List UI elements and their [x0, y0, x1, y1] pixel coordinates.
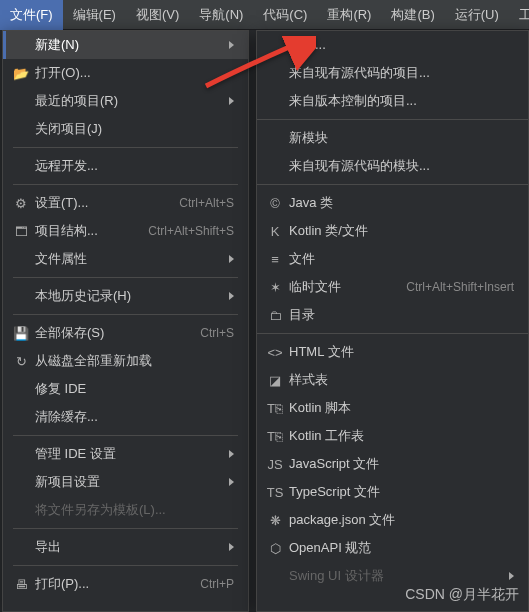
new-menu-item-17[interactable]: JSJavaScript 文件 — [257, 450, 528, 478]
new-menu-item-13[interactable]: <>HTML 文件 — [257, 338, 528, 366]
file-menu-item-20[interactable]: 将文件另存为模板(L)... — [3, 496, 248, 524]
new-menu-item-14[interactable]: ◪样式表 — [257, 366, 528, 394]
new-menu-item-8[interactable]: KKotlin 类/文件 — [257, 217, 528, 245]
file-menu-dropdown: 新建(N)📂打开(O)...最近的项目(R)关闭项目(J)远程开发...⚙设置(… — [2, 30, 249, 612]
file-menu-item-16[interactable]: 清除缓存... — [3, 403, 248, 431]
submenu-arrow-icon — [229, 255, 234, 263]
new-menu-separator — [257, 333, 528, 334]
file-menu-separator — [13, 565, 238, 566]
file-menu-separator — [13, 314, 238, 315]
label: 临时文件 — [285, 278, 388, 296]
label: 来自版本控制的项目... — [285, 92, 514, 110]
file-menu-separator — [13, 528, 238, 529]
label: 全部保存(S) — [31, 324, 182, 342]
label: HTML 文件 — [285, 343, 514, 361]
icon: © — [265, 196, 285, 211]
icon: ⚙ — [11, 196, 31, 211]
shortcut: Ctrl+Alt+S — [161, 196, 234, 210]
label: 来自现有源代码的模块... — [285, 157, 514, 175]
file-menu-item-19[interactable]: 新项目设置 — [3, 468, 248, 496]
submenu-arrow-icon — [229, 97, 234, 105]
file-menu-separator — [13, 435, 238, 436]
file-menu-item-5[interactable]: 远程开发... — [3, 152, 248, 180]
label: 新建(N) — [31, 36, 221, 54]
file-menu-item-7[interactable]: ⚙设置(T)...Ctrl+Alt+S — [3, 189, 248, 217]
file-menu-item-2[interactable]: 最近的项目(R) — [3, 87, 248, 115]
label: Java 类 — [285, 194, 514, 212]
label: 新项目设置 — [31, 473, 221, 491]
file-menu-item-13[interactable]: 💾全部保存(S)Ctrl+S — [3, 319, 248, 347]
label: 来自现有源代码的项目... — [285, 64, 514, 82]
new-menu-item-1[interactable]: 来自现有源代码的项目... — [257, 59, 528, 87]
file-menu-item-9[interactable]: 文件属性 — [3, 245, 248, 273]
new-menu-item-21[interactable]: Swing UI 设计器 — [257, 562, 528, 590]
file-menu-item-22[interactable]: 导出 — [3, 533, 248, 561]
label: 打印(P)... — [31, 575, 182, 593]
file-menu-separator — [13, 277, 238, 278]
icon: T⎘ — [265, 429, 285, 444]
menubar-item-3[interactable]: 导航(N) — [189, 0, 253, 30]
new-menu-item-18[interactable]: TSTypeScript 文件 — [257, 478, 528, 506]
menubar-item-8[interactable]: 工具( — [509, 0, 529, 30]
file-menu-item-14[interactable]: ↻从磁盘全部重新加载 — [3, 347, 248, 375]
shortcut: Ctrl+P — [182, 577, 234, 591]
label: TypeScript 文件 — [285, 483, 514, 501]
icon: JS — [265, 457, 285, 472]
menubar-item-0[interactable]: 文件(F) — [0, 0, 63, 30]
label: 本地历史记录(H) — [31, 287, 221, 305]
file-menu-item-3[interactable]: 关闭项目(J) — [3, 115, 248, 143]
new-menu-item-19[interactable]: ❋package.json 文件 — [257, 506, 528, 534]
label: 管理 IDE 设置 — [31, 445, 221, 463]
new-menu-item-5[interactable]: 来自现有源代码的模块... — [257, 152, 528, 180]
file-menu-item-11[interactable]: 本地历史记录(H) — [3, 282, 248, 310]
icon: ⬡ — [265, 541, 285, 556]
new-menu-item-11[interactable]: 🗀目录 — [257, 301, 528, 329]
shortcut: Ctrl+Alt+Shift+Insert — [388, 280, 514, 294]
label: 清除缓存... — [31, 408, 234, 426]
new-menu-item-0[interactable]: 项目... — [257, 31, 528, 59]
label: 导出 — [31, 538, 221, 556]
menubar-item-5[interactable]: 重构(R) — [317, 0, 381, 30]
menubar-item-4[interactable]: 代码(C) — [253, 0, 317, 30]
file-menu-item-15[interactable]: 修复 IDE — [3, 375, 248, 403]
icon: 💾 — [11, 326, 31, 341]
new-menu-item-4[interactable]: 新模块 — [257, 124, 528, 152]
new-menu-item-16[interactable]: T⎘Kotlin 工作表 — [257, 422, 528, 450]
label: 修复 IDE — [31, 380, 234, 398]
new-menu-item-2[interactable]: 来自版本控制的项目... — [257, 87, 528, 115]
file-menu-item-18[interactable]: 管理 IDE 设置 — [3, 440, 248, 468]
label: OpenAPI 规范 — [285, 539, 514, 557]
new-menu-item-7[interactable]: ©Java 类 — [257, 189, 528, 217]
file-menu-item-24[interactable]: 🖶打印(P)...Ctrl+P — [3, 570, 248, 598]
shortcut: Ctrl+S — [182, 326, 234, 340]
label: JavaScript 文件 — [285, 455, 514, 473]
new-menu-item-10[interactable]: ✶临时文件Ctrl+Alt+Shift+Insert — [257, 273, 528, 301]
label: 文件 — [285, 250, 514, 268]
menubar-item-2[interactable]: 视图(V) — [126, 0, 189, 30]
icon: 🗔 — [11, 224, 31, 239]
new-menu-item-20[interactable]: ⬡OpenAPI 规范 — [257, 534, 528, 562]
new-menu-item-15[interactable]: T⎘Kotlin 脚本 — [257, 394, 528, 422]
file-menu-item-1[interactable]: 📂打开(O)... — [3, 59, 248, 87]
label: 关闭项目(J) — [31, 120, 234, 138]
menubar-item-1[interactable]: 编辑(E) — [63, 0, 126, 30]
menubar: 文件(F)编辑(E)视图(V)导航(N)代码(C)重构(R)构建(B)运行(U)… — [0, 0, 529, 30]
menubar-item-6[interactable]: 构建(B) — [381, 0, 444, 30]
icon: ✶ — [265, 280, 285, 295]
submenu-arrow-icon — [229, 478, 234, 486]
label: 新模块 — [285, 129, 514, 147]
icon: ❋ — [265, 513, 285, 528]
menubar-item-7[interactable]: 运行(U) — [445, 0, 509, 30]
file-menu-item-8[interactable]: 🗔项目结构...Ctrl+Alt+Shift+S — [3, 217, 248, 245]
label: package.json 文件 — [285, 511, 514, 529]
label: 打开(O)... — [31, 64, 234, 82]
new-menu-separator — [257, 184, 528, 185]
file-menu-item-0[interactable]: 新建(N) — [3, 31, 248, 59]
submenu-arrow-icon — [229, 543, 234, 551]
label: 远程开发... — [31, 157, 234, 175]
label: Kotlin 脚本 — [285, 399, 514, 417]
icon: TS — [265, 485, 285, 500]
icon: <> — [265, 345, 285, 360]
label: Swing UI 设计器 — [285, 567, 501, 585]
new-menu-item-9[interactable]: ≡文件 — [257, 245, 528, 273]
